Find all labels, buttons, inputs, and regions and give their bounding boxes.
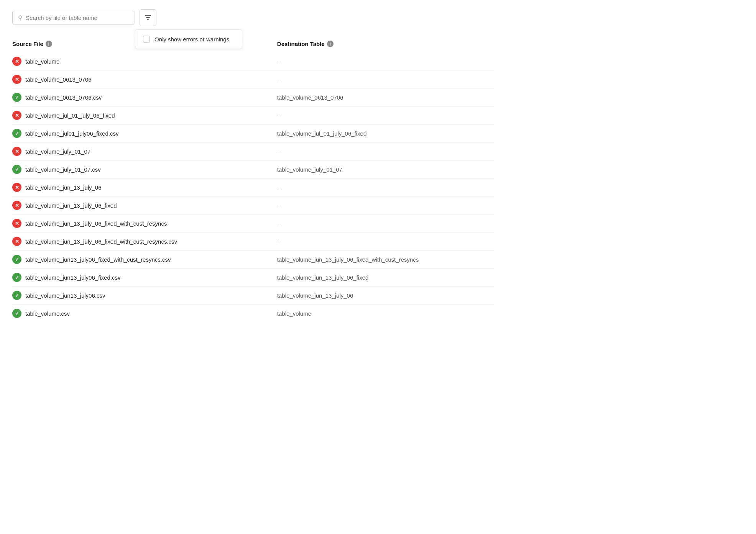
destination-cell: table_volume_0613_0706 [277,94,494,101]
error-icon: ✕ [12,237,21,246]
table-row: ✕ table_volume_0613_0706 -- [12,70,494,88]
error-icon: ✕ [12,111,21,120]
source-file-name: table_volume_0613_0706.csv [25,94,102,101]
source-cell: ✕ table_volume_jun_13_july_06_fixed_with… [12,237,277,246]
destination-cell: -- [277,238,494,245]
destination-cell: table_volume_jun_13_july_06_fixed [277,274,494,281]
source-cell: ✓ table_volume_jun13_july06_fixed_with_c… [12,255,277,264]
destination-table-name: -- [277,238,281,245]
table-row: ✓ table_volume_july_01_07.csv table_volu… [12,161,494,179]
search-icon: ⚲ [18,14,23,21]
source-file-name: table_volume_jun13_july06.csv [25,292,105,299]
source-file-name: table_volume_jun_13_july_06_fixed_with_c… [25,238,177,245]
source-cell: ✓ table_volume_jul01_july06_fixed.csv [12,129,277,138]
table-row: ✕ table_volume_july_01_07 -- [12,143,494,161]
destination-table-name: table_volume_0613_0706 [277,94,343,101]
destination-info-icon[interactable]: i [327,41,334,47]
table-body: ✕ table_volume -- ✕ table_volume_0613_07… [12,52,494,322]
main-container: ⚲ Only show errors or warnings Source Fi… [0,0,506,331]
errors-warnings-label: Only show errors or warnings [154,36,229,43]
destination-table-name: table_volume_jul_01_july_06_fixed [277,130,367,137]
source-cell: ✕ table_volume_jun_13_july_06_fixed_with… [12,219,277,228]
destination-table-name: table_volume_july_01_07 [277,166,342,173]
destination-cell: table_volume_jun_13_july_06 [277,292,494,299]
filter-dropdown: Only show errors or warnings [135,29,242,49]
source-file-name: table_volume_jul01_july06_fixed.csv [25,130,119,137]
source-file-name: table_volume_jun13_july06_fixed.csv [25,274,121,281]
error-icon: ✕ [12,219,21,228]
source-file-name: table_volume_jun13_july06_fixed_with_cus… [25,256,171,263]
source-cell: ✕ table_volume_jul_01_july_06_fixed [12,111,277,120]
table-row: ✓ table_volume_0613_0706.csv table_volum… [12,88,494,106]
errors-warnings-checkbox[interactable] [143,36,150,43]
source-cell: ✓ table_volume.csv [12,309,277,318]
success-icon: ✓ [12,165,21,174]
source-file-name: table_volume.csv [25,310,70,317]
destination-table-name: table_volume_jun_13_july_06 [277,292,353,299]
destination-cell: -- [277,202,494,209]
table-row: ✓ table_volume_jun13_july06_fixed_with_c… [12,251,494,269]
table-row: ✕ table_volume_jun_13_july_06_fixed_with… [12,215,494,233]
source-info-icon[interactable]: i [46,41,52,47]
source-cell: ✕ table_volume_0613_0706 [12,75,277,84]
toolbar: ⚲ Only show errors or warnings [12,9,494,26]
source-file-name: table_volume_july_01_07.csv [25,166,101,173]
table-row: ✓ table_volume_jun13_july06.csv table_vo… [12,287,494,305]
success-icon: ✓ [12,255,21,264]
table-row: ✕ table_volume_jul_01_july_06_fixed -- [12,106,494,124]
source-file-name: table_volume_jul_01_july_06_fixed [25,112,115,119]
destination-cell: -- [277,148,494,155]
success-icon: ✓ [12,273,21,282]
source-cell: ✓ table_volume_july_01_07.csv [12,165,277,174]
destination-cell: -- [277,76,494,83]
destination-cell: -- [277,220,494,227]
error-icon: ✕ [12,183,21,192]
success-icon: ✓ [12,129,21,138]
error-icon: ✕ [12,57,21,66]
source-file-name: table_volume [25,58,59,65]
destination-cell: table_volume_jun_13_july_06_fixed_with_c… [277,256,494,263]
destination-table-name: table_volume_jun_13_july_06_fixed [277,274,369,281]
destination-table-name: -- [277,112,281,119]
destination-table-name: -- [277,58,281,65]
destination-table-name: table_volume [277,310,311,317]
destination-table-name: -- [277,184,281,191]
source-cell: ✕ table_volume_jun_13_july_06 [12,183,277,192]
filter-icon [144,14,152,21]
table-row: ✓ table_volume_jun13_july06_fixed.csv ta… [12,269,494,287]
table-row: ✕ table_volume_jun_13_july_06_fixed -- [12,197,494,215]
source-cell: ✓ table_volume_jun13_july06_fixed.csv [12,273,277,282]
destination-cell: -- [277,184,494,191]
destination-cell: table_volume_jul_01_july_06_fixed [277,130,494,137]
error-icon: ✕ [12,147,21,156]
destination-cell: -- [277,112,494,119]
source-cell: ✕ table_volume_july_01_07 [12,147,277,156]
destination-table-header: Destination Table i [277,41,494,47]
error-icon: ✕ [12,75,21,84]
table-row: ✓ table_volume.csv table_volume [12,305,494,322]
destination-table-name: table_volume_jun_13_july_06_fixed_with_c… [277,256,419,263]
source-file-name: table_volume_jun_13_july_06 [25,184,102,191]
destination-table-name: -- [277,202,281,209]
error-icon: ✕ [12,201,21,210]
source-cell: ✕ table_volume_jun_13_july_06_fixed [12,201,277,210]
table-row: ✓ table_volume_jul01_july06_fixed.csv ta… [12,124,494,143]
source-file-name: table_volume_jun_13_july_06_fixed [25,202,117,209]
source-file-name: table_volume_jun_13_july_06_fixed_with_c… [25,220,167,227]
destination-table-name: -- [277,220,281,227]
source-cell: ✓ table_volume_0613_0706.csv [12,93,277,102]
success-icon: ✓ [12,93,21,102]
source-cell: ✓ table_volume_jun13_july06.csv [12,291,277,300]
table-row: ✕ table_volume -- [12,52,494,70]
destination-cell: table_volume [277,310,494,317]
destination-table-name: -- [277,76,281,83]
search-box: ⚲ [12,11,135,25]
source-cell: ✕ table_volume [12,57,277,66]
source-file-name: table_volume_0613_0706 [25,76,92,83]
table-row: ✕ table_volume_jun_13_july_06 -- [12,179,494,197]
success-icon: ✓ [12,291,21,300]
search-input[interactable] [26,15,129,21]
destination-cell: -- [277,58,494,65]
filter-button[interactable] [140,9,156,26]
table-row: ✕ table_volume_jun_13_july_06_fixed_with… [12,233,494,251]
